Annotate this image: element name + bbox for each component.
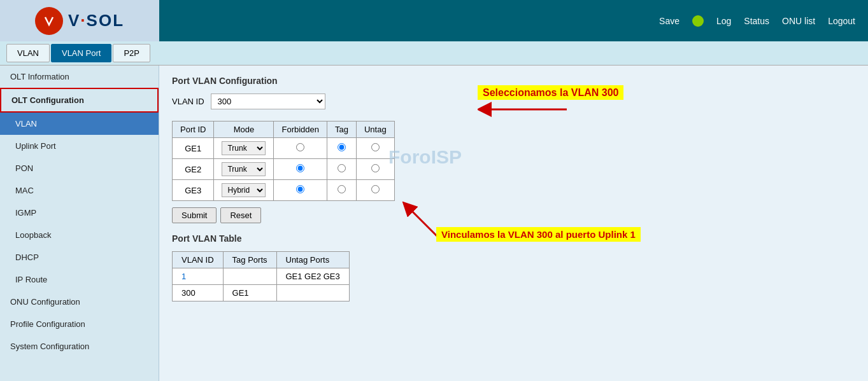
annotation-1-text: Seleccionamos la VLAN 300 xyxy=(478,85,623,100)
forbidden-ge1[interactable] xyxy=(274,138,327,159)
tab-p2p[interactable]: P2P xyxy=(113,44,150,62)
pvlan-table: VLAN ID Tag Ports Untag Ports 1 GE1 GE2 … xyxy=(172,251,350,301)
port-id-ge2: GE2 xyxy=(173,159,214,180)
vsol-logo-icon xyxy=(35,7,63,35)
sidebar-item-olt-configuration[interactable]: OLT Configuration xyxy=(0,88,159,113)
pvlan-untag-ports-300 xyxy=(276,285,349,301)
sidebar-item-profile-configuration[interactable]: Profile Configuration xyxy=(0,313,159,335)
header: V·SOL Save Log Status ONU list Logout xyxy=(0,0,868,41)
mode-ge3[interactable]: Access Trunk Hybrid xyxy=(214,180,274,201)
nav-log[interactable]: Log xyxy=(716,16,731,26)
annotation-2-area: Vinculamos la VLAN 300 al puerto Uplink … xyxy=(401,197,529,250)
sidebar-item-uplink-port[interactable]: Uplink Port xyxy=(0,135,159,157)
port-id-ge1: GE1 xyxy=(173,138,214,159)
pvlan-row-1: 1 GE1 GE2 GE3 xyxy=(173,268,350,285)
col-tag: Tag xyxy=(327,121,357,138)
sidebar: OLT Information OLT Configuration VLAN U… xyxy=(0,66,159,381)
port-config-table: Port ID Mode Forbidden Tag Untag GE1 Acc… xyxy=(172,121,395,201)
pvlan-vlan-id-300: 300 xyxy=(173,285,224,301)
sidebar-item-pon[interactable]: PON xyxy=(0,157,159,179)
untag-ge1[interactable] xyxy=(356,138,394,159)
sidebar-item-olt-information[interactable]: OLT Information xyxy=(0,66,159,88)
col-mode: Mode xyxy=(214,121,274,138)
pvlan-col-vlan-id: VLAN ID xyxy=(173,252,224,268)
sidebar-item-mac[interactable]: MAC xyxy=(0,179,159,202)
nav-onu-list[interactable]: ONU list xyxy=(782,16,815,26)
forbidden-ge2[interactable] xyxy=(274,159,327,180)
main-layout: OLT Information OLT Configuration VLAN U… xyxy=(0,66,868,381)
watermark: ForoISP xyxy=(388,146,462,168)
save-label: Save xyxy=(659,16,679,26)
logo-area: V·SOL xyxy=(0,0,159,41)
mode-select-ge2[interactable]: Access Trunk Hybrid xyxy=(222,162,266,176)
nav-status[interactable]: Status xyxy=(744,16,769,26)
sidebar-item-ip-route[interactable]: IP Route xyxy=(0,268,159,291)
sidebar-item-igmp[interactable]: IGMP xyxy=(0,202,159,224)
reset-button[interactable]: Reset xyxy=(220,207,261,223)
sidebar-item-vlan[interactable]: VLAN xyxy=(0,113,159,135)
tag-ge1[interactable] xyxy=(327,138,357,159)
pvlan-vlan-id-1: 1 xyxy=(173,268,224,285)
section-title: Port VLAN Configuration xyxy=(172,76,855,86)
tab-vlan-port[interactable]: VLAN Port xyxy=(51,44,111,62)
header-nav: Log Status ONU list Logout xyxy=(716,16,855,26)
sidebar-item-dhcp[interactable]: DHCP xyxy=(0,246,159,268)
vlan-id-select[interactable]: 1 300 xyxy=(211,94,325,109)
table-row: GE3 Access Trunk Hybrid xyxy=(173,180,395,201)
pvlan-untag-ports-1: GE1 GE2 GE3 xyxy=(276,268,349,285)
annotation-2-text: Vinculamos la VLAN 300 al puerto Uplink … xyxy=(436,227,641,242)
sidebar-item-system-configuration[interactable]: System Configuration xyxy=(0,335,159,357)
vlan-id-label: VLAN ID xyxy=(172,97,204,106)
table-row: GE1 Access Trunk Hybrid xyxy=(173,138,395,159)
sidebar-item-loopback[interactable]: Loopback xyxy=(0,224,159,246)
sidebar-item-onu-configuration[interactable]: ONU Configuration xyxy=(0,291,159,313)
col-untag: Untag xyxy=(356,121,394,138)
forbidden-ge3[interactable] xyxy=(274,180,327,201)
mode-select-ge3[interactable]: Access Trunk Hybrid xyxy=(222,183,266,197)
col-forbidden: Forbidden xyxy=(274,121,327,138)
table-row: GE2 Access Trunk Hybrid xyxy=(173,159,395,180)
pvlan-col-untag-ports: Untag Ports xyxy=(276,252,349,268)
submit-button[interactable]: Submit xyxy=(172,207,217,223)
untag-ge3[interactable] xyxy=(356,180,394,201)
svg-line-2 xyxy=(408,207,439,239)
tag-ge3[interactable] xyxy=(327,180,357,201)
mode-ge1[interactable]: Access Trunk Hybrid xyxy=(214,138,274,159)
header-right: Save Log Status ONU list Logout xyxy=(159,15,868,27)
content-area: Port VLAN Configuration VLAN ID 1 300 Se… xyxy=(159,66,868,381)
nav-logout[interactable]: Logout xyxy=(828,16,855,26)
tab-bar: VLAN VLAN Port P2P xyxy=(0,41,868,66)
pvlan-col-tag-ports: Tag Ports xyxy=(223,252,276,268)
status-indicator xyxy=(692,15,704,27)
pvlan-tag-ports-300: GE1 xyxy=(223,285,276,301)
col-port-id: Port ID xyxy=(173,121,214,138)
pvlan-tag-ports-1 xyxy=(223,268,276,285)
svg-point-0 xyxy=(41,13,57,29)
untag-ge2[interactable] xyxy=(356,159,394,180)
port-id-ge3: GE3 xyxy=(173,180,214,201)
logo-text: V·SOL xyxy=(68,11,124,31)
mode-select-ge1[interactable]: Access Trunk Hybrid xyxy=(222,141,266,155)
tab-vlan[interactable]: VLAN xyxy=(6,44,50,62)
mode-ge2[interactable]: Access Trunk Hybrid xyxy=(214,159,274,180)
tag-ge2[interactable] xyxy=(327,159,357,180)
pvlan-row-300: 300 GE1 xyxy=(173,285,350,301)
